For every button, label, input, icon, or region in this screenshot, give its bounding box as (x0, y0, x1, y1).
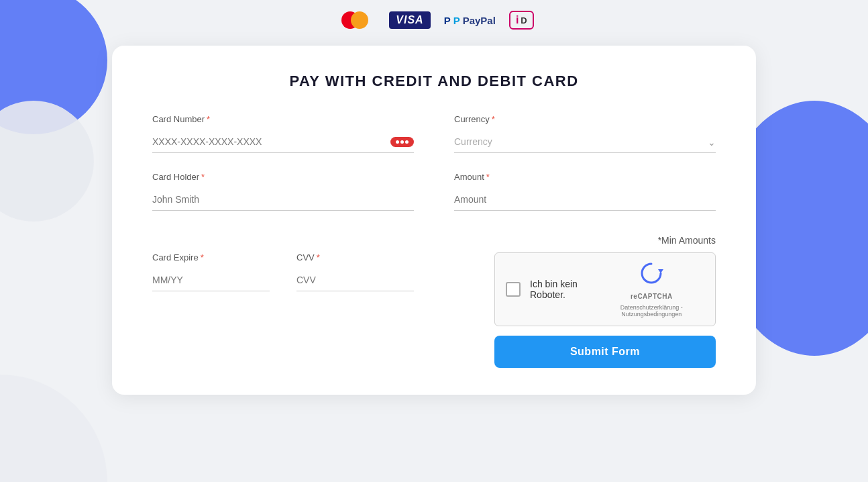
captcha-left: Ich bin kein Roboter. (506, 279, 599, 300)
card-holder-input[interactable] (152, 189, 414, 211)
amount-input[interactable] (454, 189, 716, 211)
captcha-links: Datenschutzerklärung - Nutzungsbedingung… (599, 304, 704, 318)
recaptcha-label: reCAPTCHA (631, 293, 673, 300)
bottom-section: Card Expire * CVV * (152, 252, 716, 368)
card-holder-input-wrapper (152, 189, 414, 211)
currency-label: Currency * (454, 114, 716, 124)
cvv-input-wrapper (296, 269, 414, 291)
card-number-row: Card Number * (152, 114, 414, 153)
captcha-label: Ich bin kein Roboter. (530, 279, 599, 300)
card-expire-label: Card Expire * (152, 252, 270, 262)
currency-row: Currency * Currency EUR USD GBP CHF ⌄ (454, 114, 716, 153)
captcha-box[interactable]: Ich bin kein Roboter. reCAPTCHA Da (494, 252, 716, 326)
right-form-section: Currency * Currency EUR USD GBP CHF ⌄ (454, 114, 716, 246)
recaptcha-icon (639, 261, 663, 290)
card-type-icon (390, 137, 414, 147)
card-number-label: Card Number * (152, 114, 414, 124)
amount-input-wrapper (454, 189, 716, 211)
mc-yellow-circle (351, 11, 368, 29)
currency-required: * (492, 114, 495, 124)
ideal-logo: i D (509, 11, 534, 30)
captcha-checkbox[interactable] (506, 282, 521, 297)
cvv-required: * (317, 252, 320, 262)
card-decoration (0, 375, 107, 482)
paypal-logo: PP PayPal (444, 15, 496, 26)
card-expire-input[interactable] (152, 269, 270, 291)
payment-logos: VISA PP PayPal i D (334, 0, 533, 46)
form-grid: Card Number * Card H (152, 114, 716, 246)
left-form-section: Card Number * Card H (152, 114, 414, 246)
card-holder-required: * (201, 172, 205, 182)
card-expire-input-wrapper (152, 269, 270, 291)
mastercard-logo (334, 7, 376, 34)
currency-select-wrapper: Currency EUR USD GBP CHF ⌄ (454, 131, 716, 153)
card-number-input[interactable] (152, 131, 414, 153)
submit-button[interactable]: Submit Form (494, 336, 716, 368)
payment-card: PAY WITH CREDIT AND DEBIT CARD Card Numb… (112, 46, 756, 395)
card-number-input-wrapper (152, 131, 414, 153)
expire-cvv-section: Card Expire * CVV * (152, 252, 414, 368)
captcha-right: reCAPTCHA Datenschutzerklärung - Nutzung… (599, 261, 704, 318)
amount-row: Amount * (454, 172, 716, 211)
currency-select[interactable]: Currency EUR USD GBP CHF (454, 131, 716, 153)
captcha-section: Ich bin kein Roboter. reCAPTCHA Da (454, 252, 716, 368)
card-expire-required: * (201, 252, 204, 262)
cvv-row: CVV * (296, 252, 414, 349)
cvv-input[interactable] (296, 269, 414, 291)
amount-required: * (486, 172, 490, 182)
card-holder-row: Card Holder * (152, 172, 414, 211)
min-amounts-text: *Min Amounts (454, 235, 716, 246)
page-title: PAY WITH CREDIT AND DEBIT CARD (152, 73, 716, 90)
card-number-required: * (207, 114, 210, 124)
card-expire-row: Card Expire * (152, 252, 270, 349)
cvv-label: CVV * (296, 252, 414, 262)
card-holder-label: Card Holder * (152, 172, 414, 182)
visa-logo: VISA (389, 11, 430, 29)
amount-label: Amount * (454, 172, 716, 182)
